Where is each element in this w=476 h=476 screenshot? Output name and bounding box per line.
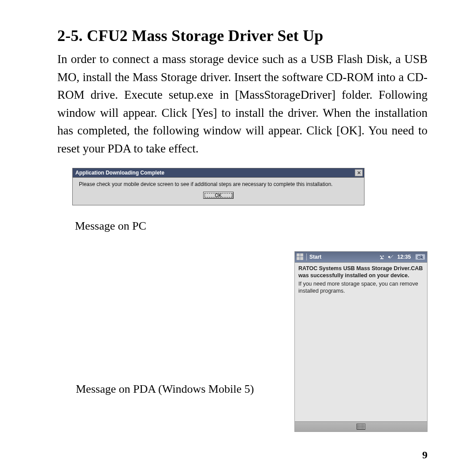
caption-message-on-pc: Message on PC	[75, 219, 428, 233]
pda-input-bar	[295, 421, 427, 431]
pc-dialog-buttons: OK	[73, 190, 364, 205]
clock-time: 12:35	[397, 254, 411, 260]
pc-dialog-title: Application Downloading Complete	[75, 170, 355, 176]
keyboard-icon[interactable]	[357, 424, 365, 430]
pda-taskbar: Start 12:35 ok	[295, 252, 427, 263]
pc-dialog-message: Please check your mobile device screen t…	[73, 178, 364, 190]
pda-screenshot: Start 12:35 ok RATOC Systems USB Mass St…	[294, 251, 428, 432]
pda-install-success: RATOC Systems USB Mass Storage Driver.CA…	[298, 265, 424, 279]
ok-softkey[interactable]: ok	[415, 254, 425, 260]
body-paragraph: In order to connect a mass storage devic…	[57, 50, 428, 157]
taskbar-divider	[306, 253, 307, 260]
pda-storage-hint: If you need more storage space, you can …	[298, 281, 424, 294]
pc-dialog-titlebar: Application Downloading Complete ✕	[73, 168, 364, 178]
pc-dialog: Application Downloading Complete ✕ Pleas…	[72, 168, 364, 205]
windows-flag-icon	[297, 253, 304, 260]
close-icon[interactable]: ✕	[355, 169, 363, 176]
connectivity-icon[interactable]	[379, 254, 386, 260]
volume-icon[interactable]	[388, 254, 394, 260]
caption-message-on-pda: Message on PDA (Windows Mobile 5)	[76, 383, 254, 396]
page-number: 9	[422, 449, 428, 461]
start-label[interactable]: Start	[309, 254, 321, 260]
ok-button[interactable]: OK	[203, 192, 234, 199]
pda-content: RATOC Systems USB Mass Storage Driver.CA…	[295, 263, 427, 298]
section-heading: 2-5. CFU2 Mass Storage Driver Set Up	[57, 26, 428, 45]
